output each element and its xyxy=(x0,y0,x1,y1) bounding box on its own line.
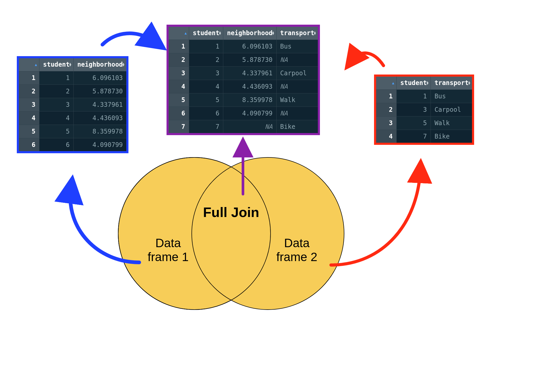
rownum-cell: 2 xyxy=(19,85,39,98)
table-row: 334.337961Carpool xyxy=(168,67,318,80)
cell-transport: Walk xyxy=(276,93,318,107)
cell-student: 3 xyxy=(397,103,431,116)
table-row: 77NABike xyxy=(168,120,318,134)
column-header[interactable]: student▲▼ xyxy=(397,76,431,90)
cell-transport: Bus xyxy=(276,40,318,53)
cell-neighborhood: 4.436093 xyxy=(223,80,276,93)
rownum-cell: 2 xyxy=(168,53,189,67)
rownum-header[interactable]: ▲ xyxy=(19,58,39,71)
cell-student: 2 xyxy=(189,53,223,67)
column-header-label: student xyxy=(193,29,219,37)
rownum-cell: 3 xyxy=(19,98,39,112)
column-header-label: neighborhood xyxy=(77,61,123,68)
cell-neighborhood: NA xyxy=(223,120,276,134)
rownum-cell: 1 xyxy=(168,40,189,53)
column-header-label: neighborhood xyxy=(227,29,272,37)
cell-student: 3 xyxy=(189,67,223,80)
column-header[interactable]: student▲▼ xyxy=(189,27,223,40)
cell-transport: Bus xyxy=(431,90,473,103)
rownum-cell: 5 xyxy=(168,93,189,107)
rownum-cell: 1 xyxy=(19,71,39,85)
table-row: 444.436093NA xyxy=(168,80,318,93)
rownum-header[interactable]: ▲ xyxy=(168,27,189,40)
cell-transport: NA xyxy=(276,80,318,93)
cell-transport: Bike xyxy=(431,130,473,143)
cell-transport: Carpool xyxy=(431,103,473,116)
cell-transport: Carpool xyxy=(276,67,318,80)
table-row: 225.878730 xyxy=(19,85,127,98)
table-row: 225.878730NA xyxy=(168,53,318,67)
rownum-cell: 6 xyxy=(168,107,189,120)
rownum-cell: 6 xyxy=(19,138,39,152)
cell-neighborhood: 6.096103 xyxy=(74,71,127,85)
cell-student: 5 xyxy=(189,93,223,107)
cell-transport: NA xyxy=(276,107,318,120)
rownum-cell: 4 xyxy=(168,80,189,93)
rownum-header[interactable]: ▲ xyxy=(376,76,397,90)
cell-student: 1 xyxy=(397,90,431,103)
table-row: 444.436093 xyxy=(19,112,127,125)
cell-neighborhood: 4.436093 xyxy=(74,112,127,125)
table-row: 47Bike xyxy=(376,130,473,143)
column-header-label: transport xyxy=(280,29,314,37)
venn-right-label: Dataframe 2 xyxy=(268,236,326,264)
cell-transport: NA xyxy=(276,53,318,67)
column-header[interactable]: transport▲▼ xyxy=(276,27,318,40)
cell-transport: Bike xyxy=(276,120,318,134)
rownum-cell: 4 xyxy=(376,130,397,143)
dataframe-2-table: ▲student▲▼transport▲▼11Bus23Carpool35Wal… xyxy=(376,76,473,143)
cell-student: 7 xyxy=(189,120,223,134)
table-row: 664.090799 xyxy=(19,138,127,152)
cell-transport: Walk xyxy=(431,116,473,130)
column-header[interactable]: transport▲▼ xyxy=(431,76,473,90)
cell-student: 5 xyxy=(397,116,431,130)
rownum-cell: 4 xyxy=(19,112,39,125)
cell-neighborhood: 8.359978 xyxy=(74,125,127,138)
cell-neighborhood: 4.337961 xyxy=(74,98,127,112)
cell-student: 2 xyxy=(39,85,74,98)
cell-student: 4 xyxy=(189,80,223,93)
cell-student: 1 xyxy=(189,40,223,53)
column-header-label: student xyxy=(43,61,70,68)
cell-neighborhood: 5.878730 xyxy=(74,85,127,98)
cell-neighborhood: 5.878730 xyxy=(223,53,276,67)
rownum-cell: 7 xyxy=(168,120,189,134)
table-row: 23Carpool xyxy=(376,103,473,116)
cell-neighborhood: 4.337961 xyxy=(223,67,276,80)
column-header[interactable]: neighborhood▲▼ xyxy=(223,27,276,40)
column-header-label: transport xyxy=(434,79,469,87)
venn-center-label: Full Join xyxy=(105,205,357,220)
table-row: 116.096103 xyxy=(19,71,127,85)
dataframe-1-table: ▲student▲▼neighborhood▲▼116.096103225.87… xyxy=(18,58,127,152)
cell-student: 1 xyxy=(39,71,74,85)
cell-student: 5 xyxy=(39,125,74,138)
table-row: 664.090799NA xyxy=(168,107,318,120)
arrow-df1-to-result xyxy=(102,33,155,45)
arrow-df2-to-result xyxy=(352,53,383,66)
table-row: 334.337961 xyxy=(19,98,127,112)
column-header[interactable]: student▲▼ xyxy=(39,58,74,71)
result-table: ▲student▲▼neighborhood▲▼transport▲▼116.0… xyxy=(168,26,318,134)
column-header[interactable]: neighborhood▲▼ xyxy=(74,58,127,71)
column-header-label: student xyxy=(400,79,427,87)
rownum-cell: 3 xyxy=(376,116,397,130)
rownum-cell: 1 xyxy=(376,90,397,103)
cell-neighborhood: 6.096103 xyxy=(223,40,276,53)
cell-student: 4 xyxy=(39,112,74,125)
venn-left-label: Dataframe 1 xyxy=(139,236,197,264)
cell-student: 6 xyxy=(39,138,74,152)
cell-student: 7 xyxy=(397,130,431,143)
table-row: 11Bus xyxy=(376,90,473,103)
venn-diagram: Full Join Dataframe 1 Dataframe 2 xyxy=(105,150,357,312)
cell-neighborhood: 8.359978 xyxy=(223,93,276,107)
table-row: 35Walk xyxy=(376,116,473,130)
cell-student: 6 xyxy=(189,107,223,120)
table-row: 116.096103Bus xyxy=(168,40,318,53)
rownum-cell: 5 xyxy=(19,125,39,138)
rownum-cell: 3 xyxy=(168,67,189,80)
rownum-cell: 2 xyxy=(376,103,397,116)
table-row: 558.359978 xyxy=(19,125,127,138)
table-row: 558.359978Walk xyxy=(168,93,318,107)
cell-neighborhood: 4.090799 xyxy=(223,107,276,120)
cell-student: 3 xyxy=(39,98,74,112)
